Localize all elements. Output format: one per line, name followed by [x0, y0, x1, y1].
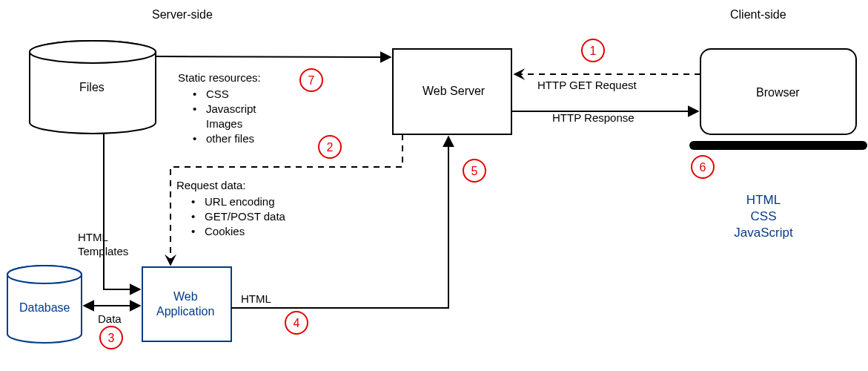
svg-text:Static resources:: Static resources: — [178, 71, 261, 84]
webserver-node: Web Server — [393, 49, 511, 134]
svg-text:Request data:: Request data: — [176, 179, 245, 191]
svg-text:4: 4 — [294, 317, 300, 329]
edge-files-to-webapp — [104, 134, 140, 289]
step-5: 5 — [463, 160, 486, 182]
svg-point-1 — [30, 41, 156, 63]
svg-text:3: 3 — [108, 332, 115, 344]
svg-text:Data: Data — [98, 312, 122, 325]
svg-rect-6 — [142, 267, 231, 341]
svg-text:HTTP Response: HTTP Response — [552, 111, 635, 124]
svg-text:1: 1 — [590, 45, 597, 57]
request-data-list: Request data: •URL encoding •GET/POST da… — [176, 179, 286, 237]
svg-text:HTTP GET Request: HTTP GET Request — [537, 79, 637, 91]
step-7: 7 — [300, 69, 322, 91]
svg-text:GET/POST data: GET/POST data — [205, 210, 286, 223]
svg-text:•: • — [191, 225, 195, 237]
browser-node: Browser — [689, 49, 867, 150]
step-6: 6 — [692, 156, 714, 178]
svg-text:URL encoding: URL encoding — [205, 195, 275, 208]
client-tech-list: HTML CSS JavaScript — [734, 193, 793, 240]
step-3: 3 — [100, 326, 122, 349]
svg-text:Images: Images — [206, 117, 242, 130]
svg-text:other files: other files — [206, 132, 254, 145]
svg-text:Templates: Templates — [78, 245, 128, 257]
svg-text:CSS: CSS — [206, 88, 229, 100]
step-4: 4 — [285, 312, 308, 334]
step-2: 2 — [319, 136, 341, 158]
step-1: 1 — [582, 39, 604, 62]
svg-text:2: 2 — [327, 141, 334, 154]
svg-text:JavaScript: JavaScript — [734, 226, 793, 240]
svg-text:Web Server: Web Server — [423, 85, 486, 97]
files-node: Files — [30, 41, 156, 134]
svg-text:HTML: HTML — [746, 193, 781, 207]
section-server: Server-side — [152, 8, 213, 21]
svg-text:5: 5 — [471, 165, 478, 177]
svg-text:Database: Database — [19, 301, 70, 314]
webapp-node: Web Application — [142, 267, 231, 341]
browser-base — [689, 141, 867, 150]
svg-text:•: • — [191, 210, 195, 223]
svg-text:HTML: HTML — [78, 231, 108, 243]
svg-point-4 — [7, 266, 82, 283]
svg-text:Application: Application — [156, 305, 214, 318]
svg-text:Browser: Browser — [756, 86, 800, 99]
svg-text:Web: Web — [173, 290, 198, 303]
edge-files-to-webserver — [156, 56, 391, 57]
database-node: Database — [7, 266, 82, 343]
svg-text:Javascript: Javascript — [206, 102, 256, 115]
svg-text:7: 7 — [308, 74, 315, 87]
svg-text:HTML: HTML — [241, 292, 271, 305]
section-client: Client-side — [730, 8, 786, 21]
static-resources-list: Static resources: •CSS •Javascript Image… — [178, 71, 261, 145]
svg-text:CSS: CSS — [751, 209, 777, 223]
svg-text:•: • — [193, 132, 196, 145]
svg-text:•: • — [193, 102, 196, 115]
svg-text:Files: Files — [79, 81, 105, 93]
svg-text:•: • — [193, 88, 196, 100]
svg-text:Cookies: Cookies — [205, 225, 245, 237]
svg-text:•: • — [191, 195, 195, 208]
svg-text:6: 6 — [700, 161, 706, 174]
